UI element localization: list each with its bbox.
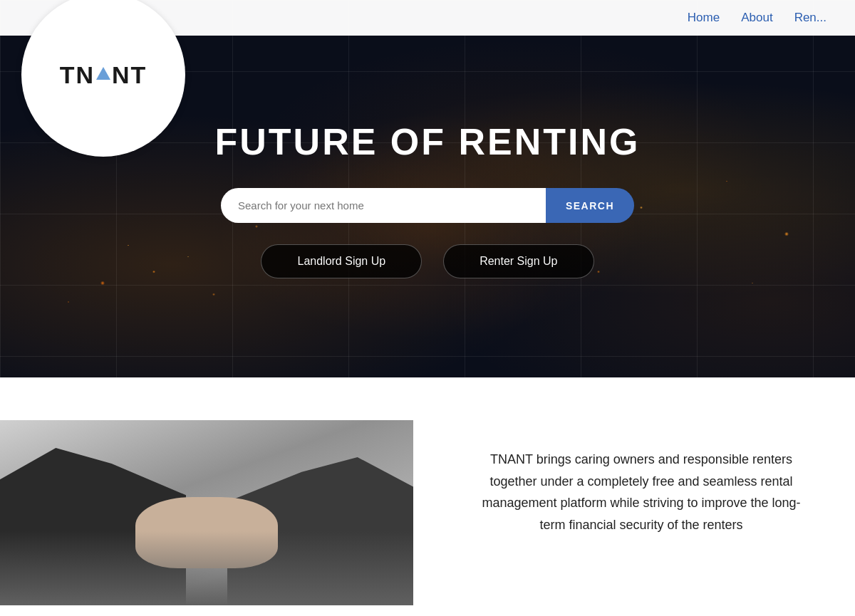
nav-links: Home About Ren... <box>688 11 826 25</box>
logo-text-after: NT <box>112 61 147 89</box>
about-text-section: TNANT brings caring owners and responsib… <box>413 420 855 564</box>
nav-rent[interactable]: Ren... <box>794 11 826 24</box>
search-bar: SEARCH <box>221 188 634 223</box>
nav-about[interactable]: About <box>741 11 772 24</box>
logo-triangle-icon <box>96 67 110 80</box>
signup-buttons: Landlord Sign Up Renter Sign Up <box>261 244 594 278</box>
landlord-signup-button[interactable]: Landlord Sign Up <box>261 244 422 278</box>
logo-text-before: TN <box>60 61 95 89</box>
suit-right <box>227 457 413 605</box>
about-description: TNANT brings caring owners and responsib… <box>470 449 812 536</box>
handshake-image <box>0 420 413 605</box>
about-section: TNANT brings caring owners and responsib… <box>0 377 855 616</box>
logo-text: TNNT <box>60 61 147 89</box>
nav-home[interactable]: Home <box>688 11 720 24</box>
renter-signup-button[interactable]: Renter Sign Up <box>443 244 594 278</box>
logo[interactable]: TNNT <box>21 0 185 157</box>
hero-title: FUTURE OF RENTING <box>215 120 641 163</box>
search-input[interactable] <box>221 188 546 223</box>
search-button[interactable]: SEARCH <box>546 188 634 223</box>
hands-visual <box>135 497 278 568</box>
